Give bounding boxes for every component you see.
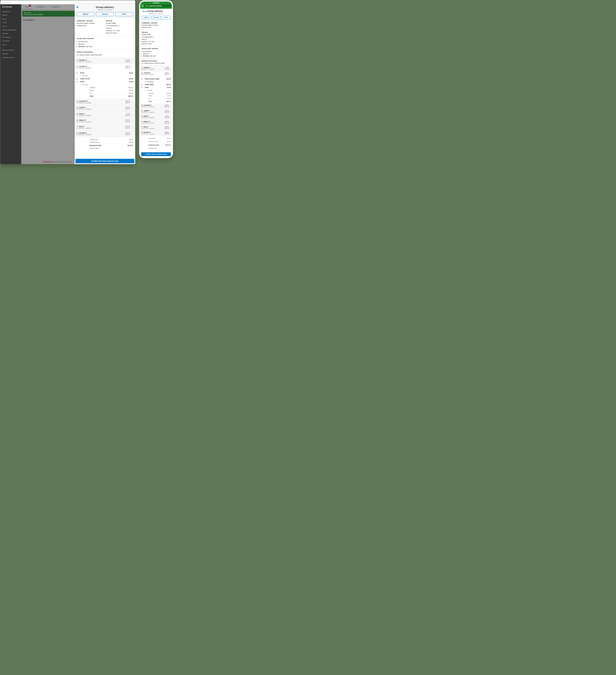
customer-row: 2. Joseph B#70135730—3068857 3 items$20.… <box>75 64 135 99</box>
chevron-down-icon: ⌄ <box>132 114 133 116</box>
customer-header[interactable]: 1. Heather C#70135730—3068856 1 item$12.… <box>140 66 172 71</box>
chevron-down-icon: ⌄ <box>169 121 171 124</box>
window-dots <box>0 0 135 4</box>
customer-row: 8. Pamela B#70135730—3068863 3 items$20.… <box>75 131 135 137</box>
phone-speaker <box>153 3 160 3</box>
customer-header[interactable]: 1. Heather C#70135730—3068856 1 item$12.… <box>75 58 135 64</box>
customer-header[interactable]: 7. Mary C#70135730—3068862 3 items$22.15… <box>140 125 172 131</box>
buyer-info: Olivia M Dunder Mifflin 172 Spring Bird … <box>106 20 133 34</box>
line-item: 1Drink$1.50 <box>141 87 171 88</box>
chevron-up-icon: ⌃ <box>169 73 171 75</box>
line-item: 1Philly Cheese Steak$12.00 <box>141 78 171 80</box>
chevron-down-icon: ⌄ <box>169 116 171 118</box>
cancel-button[interactable]: Cancel <box>152 16 161 19</box>
group-overview: Group order overview 8 customers 20 item… <box>140 47 172 59</box>
order-footer: Delivery fee$5.99 Delivery fee tax$0.48 … <box>75 137 135 151</box>
customer-row: 4. Judith P#70135730—3068859 3 items$16.… <box>75 105 135 111</box>
group-overview: Group order overview 8 customers 20 item… <box>75 36 135 50</box>
sidebar-item[interactable]: Hours <box>0 24 21 28</box>
chevron-up-icon: ⌃ <box>132 66 133 68</box>
panel-subtitle: Deliver in 1 hr 30 min <box>77 9 133 11</box>
close-icon[interactable]: ✕ <box>76 5 79 9</box>
menu-icon[interactable]: ☰ <box>142 5 144 7</box>
line-item: 1Drink$1.50 <box>77 81 133 82</box>
customer-row: 3. Kenneth H#70135730—3068858 4 items$33… <box>75 99 135 105</box>
line-item: 1Small Salad$10.00 <box>141 84 171 85</box>
main-area: Active1 Scheduled Completed DELIVERY Oli… <box>21 4 135 164</box>
customer-header[interactable]: 2. Joseph B#70135730—3068857 3 items$20.… <box>75 64 135 70</box>
confirm-button[interactable]: Confirm 90 min delivery time <box>141 152 171 156</box>
sidebar-item[interactable]: Menu <box>0 17 21 21</box>
bell-icon: 🔔 <box>146 5 148 7</box>
customer-header[interactable]: 8. Pamela B#70135730—3068863 3 items$20.… <box>75 131 135 137</box>
customer-header[interactable]: 3. Kenneth H#70135730—3068858 4 items$33… <box>140 103 172 109</box>
sidebar-item[interactable]: Rate your drivers <box>0 48 21 52</box>
sidebar-item[interactable]: Users <box>0 43 21 47</box>
order-detail-panel: ✕ Group delivery Deliver in 1 hr 30 min … <box>75 4 135 164</box>
chevron-down-icon: ⌄ <box>169 127 171 129</box>
customer-row: 1. Heather C#70135730—3068856 1 item$12.… <box>75 58 135 64</box>
brand-logo: GRUBHUB <box>0 6 21 10</box>
line-item: 1Drink$1.50 <box>77 72 133 74</box>
customer-row: 7. Mary C#70135730—3068862 3 items$22.15… <box>75 124 135 131</box>
adjust-button[interactable]: Adjust <box>142 16 151 19</box>
customer-header[interactable]: 3. Kenneth H#70135730—3068858 4 items$33… <box>75 99 135 105</box>
desktop-window: GRUBHUB DashboardOrdersMenuProfileHoursD… <box>0 0 135 164</box>
attention-banner[interactable]: 🔔1 requires attention <box>144 4 171 7</box>
sidebar-item[interactable]: Learning Center <box>0 56 21 59</box>
page-title: Group delivery <box>147 10 163 12</box>
customer-header[interactable]: 6. Wayne H#70135730—3068861 2 items$21.5… <box>140 120 172 125</box>
line-item: 1Garlic Knots$2.50 <box>77 78 133 80</box>
adjust-button[interactable]: Adjust <box>77 12 94 16</box>
confirm-button[interactable]: Confirm 90 minute delivery time <box>75 159 134 163</box>
sidebar-item[interactable]: Reviews <box>0 32 21 35</box>
panel-title: Group delivery <box>77 6 133 9</box>
customer-row: 6. Wayne H#70135730—3068861 2 items$21.5… <box>75 118 135 124</box>
chevron-down-icon: ⌄ <box>132 126 133 129</box>
sidebar-item[interactable]: Financials <box>0 39 21 43</box>
order-footer: Delivery fee$5.99 Delivery fee tax$0.48 … <box>140 136 172 151</box>
customer-header[interactable]: 4. Judith P#70135730—3068859 3 items$16.… <box>75 105 135 111</box>
chevron-down-icon: ⌄ <box>169 67 171 70</box>
print-button[interactable]: Print <box>161 16 171 19</box>
buyer-info: Olivia M Dunder Mifflin 172 Spring Bird … <box>140 30 172 47</box>
delivery-instructions: Delivery instructions iPlease check in w… <box>140 59 172 66</box>
sidebar: GRUBHUB DashboardOrdersMenuProfileHoursD… <box>0 4 21 164</box>
customer-header[interactable]: 5. Dylan L#70135730—3068860 1 item$24.35… <box>75 111 135 118</box>
back-button[interactable]: ‹ Back <box>142 10 147 12</box>
customer-header[interactable]: 5. Dylan L#70135730—3068860 1 item$24.35… <box>140 114 172 120</box>
order-meta: #15560154—1871821 Received today 10:30am… <box>140 20 172 30</box>
chevron-down-icon: ⌄ <box>132 107 133 109</box>
customer-header[interactable]: 4. Judith P#70135730—3068859 3 items$16.… <box>140 109 172 114</box>
sidebar-item[interactable]: Promotions <box>0 35 21 39</box>
info-icon: i <box>77 54 78 56</box>
cancel-button[interactable]: Cancel <box>96 12 114 16</box>
chevron-down-icon: ⌄ <box>132 133 133 135</box>
chevron-down-icon: ⌄ <box>169 132 171 134</box>
chevron-down-icon: ⌄ <box>132 101 133 103</box>
order-meta: #15560154—1871821 Received today 10:30am… <box>77 20 104 34</box>
sidebar-item[interactable]: Profile <box>0 21 21 24</box>
sidebar-item[interactable]: Orders <box>0 13 21 17</box>
print-button[interactable]: Print <box>115 12 133 16</box>
customer-header[interactable]: 6. Wayne H#70135730—3068861 2 items$21.5… <box>75 118 135 124</box>
customer-header[interactable]: 8. Pamela B#70135730—3068863 3 items$20.… <box>140 131 172 136</box>
chevron-down-icon: ⌄ <box>132 120 133 122</box>
chevron-down-icon: ⌄ <box>169 105 171 107</box>
delivery-instructions: Delivery instructions iPlease check in w… <box>75 49 135 58</box>
customer-header[interactable]: 2. Joseph B#70135730—3068857 3 items$20.… <box>140 71 172 77</box>
sidebar-item[interactable]: Dashboard <box>0 10 21 13</box>
chevron-down-icon: ⌄ <box>132 60 133 62</box>
sidebar-item[interactable]: Delivery boundaries <box>0 28 21 32</box>
customer-header[interactable]: 7. Mary C#70135730—3068862 3 items$22.15… <box>75 124 135 131</box>
phone-mock: ☰ 🔔1 requires attention ‹ Back Group del… <box>139 0 173 158</box>
chevron-down-icon: ⌄ <box>169 110 171 112</box>
customer-row: 5. Dylan L#70135730—3068860 1 item$24.35… <box>75 111 135 118</box>
info-icon: i <box>142 63 143 64</box>
sidebar-item[interactable]: Settings <box>0 52 21 56</box>
